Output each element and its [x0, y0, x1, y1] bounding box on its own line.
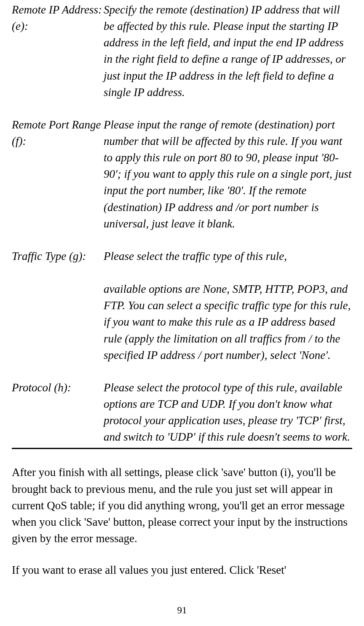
definition-term: Traffic Type (g): — [12, 248, 104, 265]
body-text: After you finish with all settings, plea… — [12, 464, 352, 578]
definition-row: Traffic Type (g): Please select the traf… — [12, 248, 352, 364]
page-number: 91 — [0, 605, 364, 616]
definition-row: Protocol (h): Please select the protocol… — [12, 380, 352, 446]
body-paragraph: After you finish with all settings, plea… — [12, 464, 352, 547]
definition-description: Specify the remote (destination) IP addr… — [104, 2, 352, 101]
body-paragraph: If you want to erase all values you just… — [12, 562, 352, 578]
definition-row: Remote IP Address: (e): Specify the remo… — [12, 2, 352, 101]
definition-term: Remote IP Address: (e): — [12, 2, 104, 35]
definition-description: Please select the protocol type of this … — [104, 380, 352, 446]
horizontal-divider — [12, 448, 352, 449]
definitions-list: Remote IP Address: (e): Specify the remo… — [12, 0, 352, 445]
document-page: Remote IP Address: (e): Specify the remo… — [0, 0, 364, 626]
definition-description: Please input the range of remote (destin… — [104, 117, 352, 232]
definition-term: Protocol (h): — [12, 380, 104, 396]
definition-description: Please select the traffic type of this r… — [104, 248, 352, 364]
definition-row: Remote Port Range (f): Please input the … — [12, 117, 352, 232]
definition-term: Remote Port Range (f): — [12, 117, 104, 150]
